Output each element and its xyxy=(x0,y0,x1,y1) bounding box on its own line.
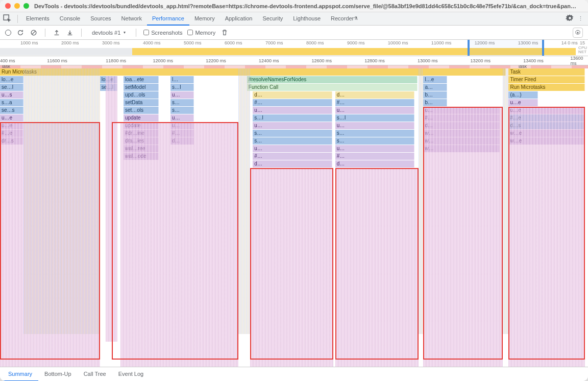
flame-bar[interactable]: u… xyxy=(170,114,194,122)
flame-bar[interactable]: #… xyxy=(253,99,332,106)
details-tab-event-log[interactable]: Event Log xyxy=(112,367,150,382)
settings-icon[interactable] xyxy=(566,14,575,23)
flame-bar[interactable]: se…I xyxy=(0,84,23,91)
panel-tab-network[interactable]: Network xyxy=(116,12,147,26)
flame-stack-fill xyxy=(120,122,238,367)
flame-bar[interactable]: s…a xyxy=(0,99,23,106)
clear-button[interactable] xyxy=(30,29,38,37)
flame-bar[interactable]: u…s xyxy=(0,91,23,99)
flame-noise xyxy=(503,68,509,334)
flame-stack-fill xyxy=(423,107,503,367)
perf-toolbar: devtools #1 ▾ Screenshots Memory xyxy=(0,26,588,40)
chevron-down-icon: ▾ xyxy=(124,30,126,35)
flame-bar[interactable]: Task xyxy=(508,68,585,76)
overview-timeline[interactable]: 1000 ms2000 ms3000 ms4000 ms5000 ms6000 … xyxy=(0,40,588,56)
flame-bar[interactable]: d… xyxy=(335,160,415,168)
flame-noise xyxy=(23,68,100,334)
flame-bar[interactable]: update xyxy=(124,114,159,122)
details-tab-summary[interactable]: Summary xyxy=(2,367,38,382)
flame-bar[interactable]: Function Call xyxy=(247,84,418,91)
flame-bar[interactable]: l…e xyxy=(423,76,447,83)
flame-bar[interactable]: u… xyxy=(335,107,415,114)
flame-bar[interactable]: b… xyxy=(423,91,447,99)
flame-bar[interactable]: s…I xyxy=(253,114,332,122)
flame-bar[interactable]: lo…e xyxy=(0,76,23,83)
panel-tab-sources[interactable]: Sources xyxy=(85,12,116,26)
flame-bar[interactable]: b… xyxy=(423,99,447,106)
capture-settings-button[interactable] xyxy=(573,28,583,38)
trash-button[interactable] xyxy=(220,29,229,37)
flame-bar[interactable]: #… xyxy=(335,153,415,160)
panel-tabs: ElementsConsoleSourcesNetworkPerformance… xyxy=(0,12,588,26)
details-tab-call-tree[interactable]: Call Tree xyxy=(78,367,112,382)
panel-tab-memory[interactable]: Memory xyxy=(189,12,220,26)
inspect-element-icon[interactable] xyxy=(3,14,12,23)
flame-bar[interactable]: #… xyxy=(335,99,415,106)
flame-bar[interactable]: setData xyxy=(124,99,159,106)
devtools-window: DevTools - devtools://devtools/bundled/d… xyxy=(0,0,588,381)
flame-bar[interactable]: s… xyxy=(170,107,194,114)
download-button[interactable] xyxy=(66,29,74,37)
flame-bar[interactable]: upd…ols xyxy=(124,91,159,99)
panel-tab-console[interactable]: Console xyxy=(55,12,85,26)
flame-bar[interactable]: u… xyxy=(335,122,415,129)
panel-tab-lighthouse[interactable]: Lighthouse xyxy=(288,12,326,26)
close-button[interactable] xyxy=(5,3,11,9)
window-title: DevTools - devtools://devtools/bundled/d… xyxy=(29,3,583,9)
flame-bar[interactable]: u…e xyxy=(508,99,538,106)
details-tab-bottom-up[interactable]: Bottom-Up xyxy=(38,367,78,382)
flame-bar[interactable]: s… xyxy=(335,130,415,137)
flame-bar[interactable]: s…I xyxy=(335,114,415,122)
screenshots-checkbox[interactable]: Screenshots xyxy=(143,30,182,36)
flame-bar[interactable]: d… xyxy=(335,91,415,99)
panel-tab-recorder[interactable]: Recorder ⚗ xyxy=(326,12,363,26)
flame-bar[interactable]: s… xyxy=(170,99,194,106)
flame-bar[interactable]: s… xyxy=(253,130,332,137)
flame-bar[interactable]: se…s xyxy=(0,107,23,114)
flame-bar[interactable]: Run Microtasks xyxy=(508,84,585,91)
time-ruler[interactable]: 400 ms11600 ms11800 ms12000 ms12200 ms12… xyxy=(0,56,588,65)
flame-bar[interactable]: u… xyxy=(253,107,332,114)
svg-point-2 xyxy=(577,32,579,33)
flame-bar[interactable]: #resolveNamesForNodes xyxy=(247,76,418,83)
flame-bar[interactable]: s…I xyxy=(170,84,194,91)
flame-bar[interactable]: u… xyxy=(253,145,332,152)
flame-stack-fill xyxy=(250,168,334,367)
flame-bar[interactable]: setModel xyxy=(124,84,159,91)
flame-chart[interactable]: iask iask Run MicrotasksTasklo…elo…eloa…… xyxy=(0,65,588,367)
upload-button[interactable] xyxy=(53,29,61,37)
flame-bar[interactable]: d… xyxy=(253,160,332,168)
overview-selection[interactable] xyxy=(468,40,544,56)
flame-stack-fill xyxy=(106,76,117,342)
record-button[interactable] xyxy=(5,30,11,36)
flame-bar[interactable]: s… xyxy=(335,137,415,145)
traffic-lights xyxy=(5,3,29,9)
capture-dropdown[interactable]: devtools #1 ▾ xyxy=(89,29,129,37)
flame-bar[interactable]: loa…ete xyxy=(124,76,159,83)
flame-bar[interactable]: a… xyxy=(423,84,447,91)
flame-bar[interactable]: u… xyxy=(253,122,332,129)
flame-bar[interactable]: d… xyxy=(253,91,332,99)
panel-tab-application[interactable]: Application xyxy=(220,12,258,26)
flame-noise xyxy=(419,68,423,334)
flame-noise xyxy=(238,68,250,334)
flame-bar[interactable]: u… xyxy=(335,145,415,152)
flame-bar[interactable]: l… xyxy=(170,76,194,83)
dropdown-label: devtools #1 xyxy=(92,30,120,36)
panel-tab-performance[interactable]: Performance xyxy=(147,12,189,26)
panel-tab-elements[interactable]: Elements xyxy=(21,12,55,26)
flame-bar[interactable]: s… xyxy=(253,137,332,145)
flame-bar[interactable]: set…ols xyxy=(124,107,159,114)
flame-bar[interactable]: u…e xyxy=(0,114,23,122)
flame-stack-fill xyxy=(508,107,585,367)
flame-bar[interactable]: u… xyxy=(170,91,194,99)
more-icon[interactable]: ⋮ xyxy=(576,14,585,23)
flame-bar[interactable]: #… xyxy=(253,153,332,160)
reload-button[interactable] xyxy=(16,29,24,37)
panel-tab-security[interactable]: Security xyxy=(257,12,288,26)
zoom-button[interactable] xyxy=(23,3,29,9)
flame-bar[interactable]: Timer Fired xyxy=(508,76,585,83)
flame-bar[interactable]: (a…) xyxy=(508,91,538,99)
minimize-button[interactable] xyxy=(14,3,20,9)
memory-checkbox[interactable]: Memory xyxy=(187,30,215,36)
